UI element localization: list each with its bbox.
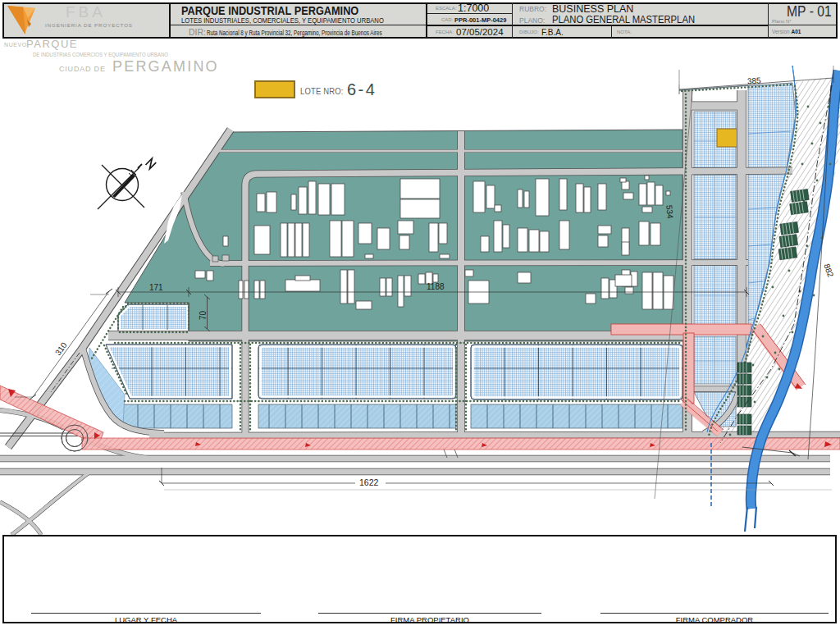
- svg-text:1622: 1622: [359, 477, 379, 487]
- svg-text:882: 882: [822, 262, 835, 279]
- svg-text:171: 171: [149, 283, 163, 292]
- svg-text:385: 385: [747, 75, 762, 85]
- svg-text:1188: 1188: [427, 282, 445, 291]
- svg-text:310: 310: [53, 340, 69, 357]
- svg-text:534: 534: [664, 205, 674, 220]
- svg-text:70: 70: [199, 310, 208, 320]
